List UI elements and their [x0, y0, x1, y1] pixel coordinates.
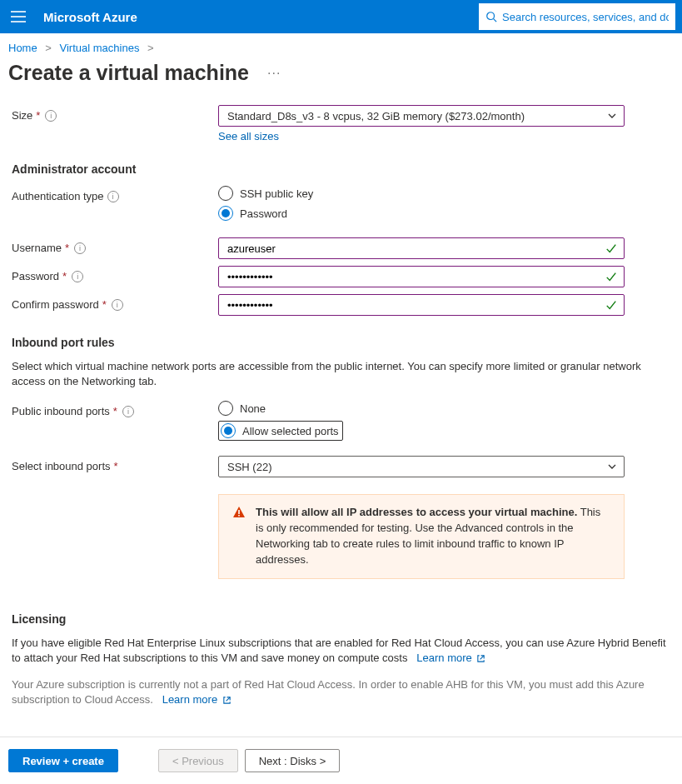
required-marker: *: [65, 242, 69, 254]
see-all-sizes-link[interactable]: See all sizes: [218, 130, 279, 142]
breadcrumb: Home > Virtual machines >: [0, 33, 682, 57]
inbound-section-header: Inbound port rules: [12, 336, 670, 349]
required-marker: *: [36, 109, 40, 122]
confirm-password-label: Confirm password: [12, 298, 99, 311]
inbound-ports-select[interactable]: SSH (22): [218, 456, 625, 477]
auth-type-row: Authentication type i SSH public key Pas…: [12, 186, 670, 226]
svg-rect-5: [238, 510, 240, 514]
hamburger-icon: [11, 11, 26, 22]
info-icon[interactable]: i: [72, 271, 83, 282]
required-marker: *: [62, 270, 67, 282]
username-input[interactable]: [227, 242, 600, 255]
info-icon[interactable]: i: [122, 406, 134, 417]
radio-unselected-icon: [218, 186, 233, 201]
svg-rect-6: [238, 515, 240, 517]
select-ports-label: Select inbound ports: [12, 460, 111, 472]
radio-unselected-icon: [218, 401, 233, 416]
page-title-row: Create a virtual machine ···: [0, 57, 682, 98]
previous-button: < Previous: [158, 749, 238, 772]
size-select-value: Standard_D8s_v3 - 8 vcpus, 32 GiB memory…: [227, 110, 525, 122]
footer-bar: Review + create < Previous Next : Disks …: [0, 737, 682, 784]
size-select[interactable]: Standard_D8s_v3 - 8 vcpus, 32 GiB memory…: [218, 105, 625, 127]
licensing-desc2-text: Your Azure subscription is currently not…: [12, 678, 645, 706]
ports-allow-radio[interactable]: Allow selected ports: [218, 421, 625, 441]
password-label: Password: [12, 270, 59, 282]
chevron-down-icon: [607, 111, 617, 121]
external-link-icon: [222, 696, 231, 705]
public-ports-label: Public inbound ports: [12, 405, 110, 417]
page-title: Create a virtual machine: [8, 61, 249, 85]
licensing-learn-more-link-1[interactable]: Learn more: [416, 651, 485, 666]
licensing-desc2: Your Azure subscription is currently not…: [12, 677, 670, 707]
username-row: Username * i: [12, 237, 670, 259]
radio-selected-icon: [218, 206, 233, 221]
form-area: Size * i Standard_D8s_v3 - 8 vcpus, 32 G…: [0, 98, 682, 737]
hamburger-menu[interactable]: [7, 5, 30, 28]
auth-type-label: Authentication type: [12, 190, 104, 202]
breadcrumb-separator: >: [147, 42, 154, 54]
admin-section-header: Administrator account: [12, 162, 670, 176]
breadcrumb-separator: >: [45, 42, 52, 54]
inbound-warning-box: This will allow all IP addresses to acce…: [218, 494, 625, 578]
password-field-wrapper: [218, 266, 625, 287]
username-label: Username: [12, 242, 62, 254]
size-label: Size: [12, 109, 32, 122]
warning-bold-text: This will allow all IP addresses to acce…: [256, 506, 577, 518]
ports-allow-label: Allow selected ports: [242, 425, 339, 437]
licensing-learn-more-link-2[interactable]: Learn more: [162, 692, 231, 707]
brand-title: Microsoft Azure: [37, 10, 137, 24]
search-icon: [485, 11, 497, 22]
required-marker: *: [102, 298, 107, 311]
licensing-section-header: Licensing: [12, 612, 670, 626]
info-icon[interactable]: i: [107, 191, 119, 202]
auth-password-radio[interactable]: Password: [218, 206, 625, 221]
svg-point-3: [487, 12, 495, 20]
info-icon[interactable]: i: [45, 110, 57, 122]
public-ports-row: Public inbound ports * i None Allow sele…: [12, 401, 670, 441]
licensing-desc1-text: If you have eligible Red Hat Enterprise …: [12, 637, 666, 664]
radio-selected-icon: [221, 423, 236, 438]
check-icon: [605, 271, 617, 282]
next-button[interactable]: Next : Disks >: [245, 749, 341, 772]
top-bar: Microsoft Azure: [0, 0, 682, 33]
svg-line-8: [226, 697, 230, 702]
inbound-section-desc: Select which virtual machine network por…: [12, 359, 670, 389]
breadcrumb-home[interactable]: Home: [8, 42, 37, 54]
size-row: Size * i Standard_D8s_v3 - 8 vcpus, 32 G…: [12, 105, 670, 142]
password-input[interactable]: [227, 271, 600, 283]
learn-more-text: Learn more: [416, 652, 471, 664]
password-row: Password * i: [12, 266, 670, 287]
more-actions-button[interactable]: ···: [262, 62, 286, 84]
global-search[interactable]: [479, 3, 675, 30]
breadcrumb-vms[interactable]: Virtual machines: [60, 42, 140, 54]
ports-none-radio[interactable]: None: [218, 401, 625, 416]
learn-more-text: Learn more: [162, 693, 217, 706]
confirm-password-row: Confirm password * i: [12, 294, 670, 316]
auth-password-label: Password: [240, 207, 287, 220]
check-icon: [605, 242, 617, 254]
info-icon[interactable]: i: [74, 242, 86, 254]
inbound-ports-value: SSH (22): [227, 461, 271, 473]
required-marker: *: [114, 460, 118, 472]
info-icon[interactable]: i: [112, 299, 123, 311]
svg-line-4: [494, 19, 497, 22]
username-field-wrapper: [218, 237, 625, 259]
check-icon: [605, 299, 617, 311]
confirm-password-field-wrapper: [218, 294, 625, 316]
external-link-icon: [476, 654, 485, 663]
review-create-button[interactable]: Review + create: [8, 749, 118, 772]
svg-line-7: [480, 656, 485, 660]
search-input[interactable]: [502, 11, 669, 23]
licensing-desc1: If you have eligible Red Hat Enterprise …: [12, 636, 670, 666]
ports-none-label: None: [240, 402, 266, 415]
warning-icon: [232, 506, 246, 519]
select-ports-row: Select inbound ports * SSH (22) This wil…: [12, 456, 670, 578]
chevron-down-icon: [607, 462, 617, 472]
auth-ssh-radio[interactable]: SSH public key: [218, 186, 625, 201]
confirm-password-input[interactable]: [227, 299, 600, 312]
required-marker: *: [113, 405, 117, 417]
auth-ssh-label: SSH public key: [240, 187, 313, 200]
